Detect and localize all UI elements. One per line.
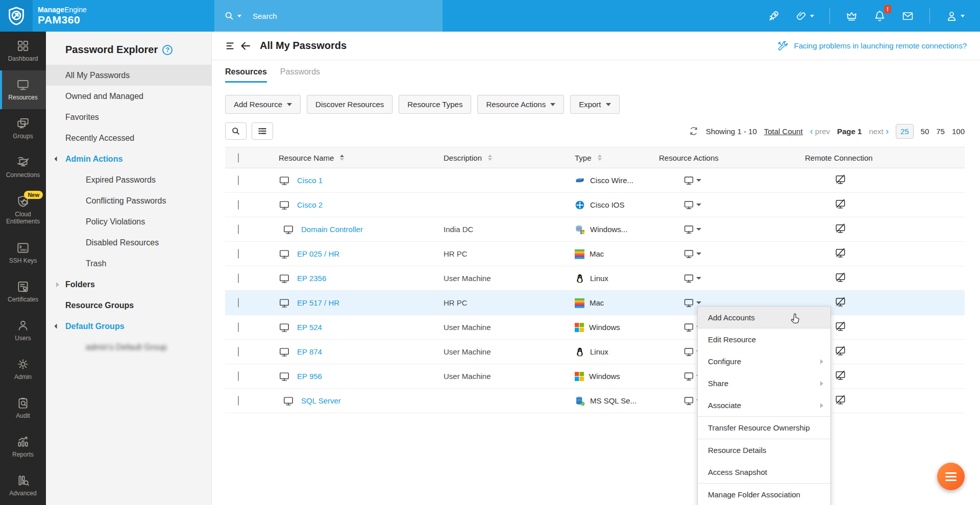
menu-item-resource-details[interactable]: Resource Details: [698, 439, 830, 461]
explorer-item-policy-violations[interactable]: Policy Violations: [46, 211, 211, 232]
resource-name-link[interactable]: Domain Controller: [301, 225, 363, 234]
resource-types-button[interactable]: Resource Types: [399, 95, 471, 114]
row-checkbox[interactable]: [238, 298, 239, 308]
select-all-checkbox[interactable]: [238, 153, 239, 163]
nav-item-reports[interactable]: Reports: [0, 427, 46, 466]
resource-name-link[interactable]: Cisco 1: [297, 176, 323, 185]
nav-item-users[interactable]: Users: [0, 311, 46, 350]
expanded-triangle-icon[interactable]: [55, 324, 60, 329]
resource-name-link[interactable]: EP 956: [297, 372, 322, 381]
next-button[interactable]: next ›: [869, 126, 889, 137]
prev-button[interactable]: ‹ prev: [810, 126, 830, 137]
nav-item-groups[interactable]: Groups: [0, 109, 46, 148]
explorer-item-trash[interactable]: Trash: [46, 253, 211, 274]
messages-button[interactable]: [901, 10, 914, 22]
nav-item-advanced[interactable]: Advanced: [0, 466, 46, 505]
explorer-item-owned-and-managed[interactable]: Owned and Managed: [46, 86, 211, 107]
remote-connection-disabled[interactable]: [803, 247, 965, 261]
remote-connection-disabled[interactable]: [803, 198, 965, 212]
quick-links-button[interactable]: [795, 10, 814, 22]
discover-resources-button[interactable]: Discover Resources: [307, 95, 393, 114]
menu-item-transfer-resource-ownership[interactable]: Transfer Resource Ownership: [698, 417, 830, 439]
resource-actions-dropdown[interactable]: [658, 248, 803, 259]
explorer-item-default-groups[interactable]: Default Groups: [46, 316, 211, 337]
table-search-button[interactable]: [225, 122, 247, 140]
sort-icon[interactable]: [340, 155, 344, 161]
menu-item-share[interactable]: Share: [698, 372, 830, 394]
page-size-50[interactable]: 50: [921, 127, 929, 136]
menu-item-configure[interactable]: Configure: [698, 350, 830, 372]
expanded-triangle-icon[interactable]: [55, 157, 60, 162]
nav-item-ssh-keys[interactable]: SSH Keys: [0, 234, 46, 272]
explorer-item-all-my-passwords[interactable]: All My Passwords: [46, 65, 211, 86]
row-checkbox[interactable]: [238, 347, 239, 357]
nav-item-cloud-entitlements[interactable]: New Cloud Entitlements: [0, 187, 46, 234]
explorer-item-folders[interactable]: Folders: [46, 274, 211, 295]
column-header-description[interactable]: Description: [444, 154, 482, 162]
tab-resources[interactable]: Resources: [225, 67, 267, 83]
resource-actions-dropdown[interactable]: [658, 224, 803, 235]
collapsed-triangle-icon[interactable]: [56, 282, 59, 287]
nav-item-dashboard[interactable]: Dashboard: [0, 32, 46, 70]
remote-connection-disabled[interactable]: [803, 173, 965, 187]
resource-actions-dropdown[interactable]: [658, 199, 803, 210]
column-view-button[interactable]: [252, 122, 273, 140]
remote-connection-disabled[interactable]: [803, 222, 965, 236]
explorer-item-resource-groups[interactable]: Resource Groups: [46, 295, 211, 316]
whats-new-button[interactable]: [767, 10, 780, 22]
page-size-25[interactable]: 25: [896, 124, 914, 139]
export-button[interactable]: Export: [570, 95, 619, 114]
menu-item-add-accounts[interactable]: Add Accounts: [698, 307, 830, 329]
nav-item-admin[interactable]: Admin: [0, 350, 46, 389]
resource-name-link[interactable]: SQL Server: [301, 396, 341, 405]
sort-icon[interactable]: [598, 155, 602, 161]
license-button[interactable]: [845, 10, 858, 22]
resource-name-link[interactable]: EP 874: [297, 347, 322, 356]
nav-item-connections[interactable]: Connections: [0, 148, 46, 187]
resource-name-link[interactable]: EP 2356: [297, 274, 326, 283]
nav-item-certificates[interactable]: Certificates: [0, 272, 46, 311]
resource-actions-dropdown[interactable]: [658, 273, 803, 284]
user-menu-button[interactable]: [945, 10, 965, 22]
search-scope-caret-icon[interactable]: [237, 15, 241, 17]
column-header-type[interactable]: Type: [575, 154, 592, 162]
row-checkbox[interactable]: [238, 175, 239, 185]
explorer-item-admins-default-group[interactable]: admin's Default Group: [46, 337, 211, 358]
page-size-75[interactable]: 75: [936, 127, 945, 136]
row-checkbox[interactable]: [238, 200, 239, 210]
remote-connection-help-link[interactable]: Facing problems in launching remote conn…: [777, 40, 967, 52]
row-checkbox[interactable]: [238, 224, 239, 234]
resource-name-link[interactable]: EP 524: [297, 323, 322, 332]
nav-item-resources[interactable]: Resources: [0, 70, 46, 109]
explorer-item-recently-accessed[interactable]: Recently Accessed: [46, 128, 211, 148]
menu-item-manage-folder-association[interactable]: Manage Folder Association: [698, 484, 830, 505]
resource-actions-button[interactable]: Resource Actions: [477, 95, 564, 114]
nav-item-audit[interactable]: Audit: [0, 389, 46, 427]
tab-passwords[interactable]: Passwords: [280, 67, 320, 83]
back-arrow-icon[interactable]: [239, 40, 252, 52]
resource-name-link[interactable]: EP 025 / HR: [297, 249, 339, 258]
add-resource-button[interactable]: Add Resource: [225, 95, 301, 114]
row-checkbox[interactable]: [238, 396, 239, 406]
sort-icon[interactable]: [488, 155, 492, 161]
resource-name-link[interactable]: EP 517 / HR: [297, 298, 339, 307]
resource-actions-dropdown[interactable]: [658, 175, 803, 186]
explorer-item-expired-passwords[interactable]: Expired Passwords: [46, 169, 211, 190]
menu-item-associate[interactable]: Associate: [698, 394, 830, 416]
explorer-item-admin-actions[interactable]: Admin Actions: [46, 148, 211, 169]
floating-action-menu-button[interactable]: [937, 463, 965, 490]
explorer-item-disabled-resources[interactable]: Disabled Resources: [46, 232, 211, 253]
row-checkbox[interactable]: [238, 371, 239, 381]
pam360-logo[interactable]: [0, 0, 33, 32]
explorer-item-favorites[interactable]: Favorites: [46, 107, 211, 128]
total-count-link[interactable]: Total Count: [764, 127, 803, 136]
resource-name-link[interactable]: Cisco 2: [297, 200, 323, 209]
help-icon[interactable]: ?: [162, 45, 173, 55]
collapse-panel-icon[interactable]: [225, 40, 236, 52]
menu-item-access-snapshot[interactable]: Access Snapshot: [698, 461, 830, 483]
row-checkbox[interactable]: [238, 322, 239, 332]
global-search[interactable]: Search: [214, 0, 443, 32]
row-checkbox[interactable]: [238, 273, 239, 283]
notifications-button[interactable]: !: [873, 10, 886, 22]
refresh-icon[interactable]: [689, 126, 699, 136]
